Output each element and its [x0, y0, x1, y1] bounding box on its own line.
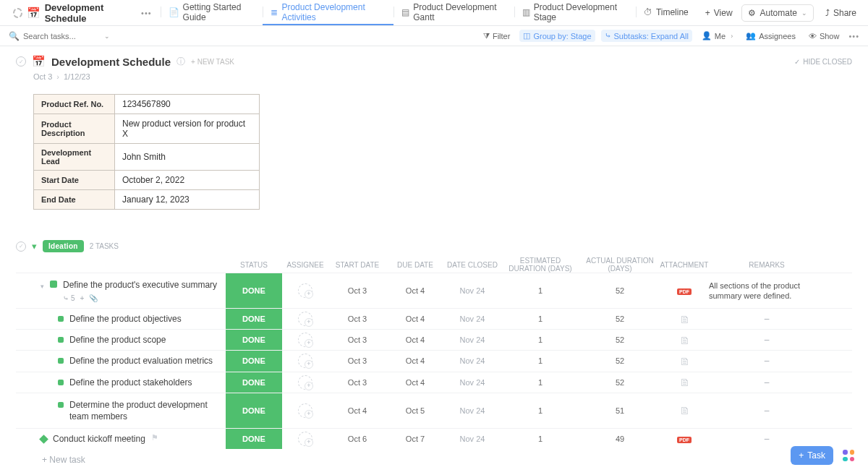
task-name-cell[interactable]: Define the product evaluation metrics: [16, 351, 226, 371]
new-task-button[interactable]: + New task: [16, 449, 852, 465]
remarks-cell[interactable]: –: [709, 377, 825, 388]
tab-getting-started[interactable]: 📄Getting Started Guide: [161, 0, 263, 25]
assignees-button[interactable]: 👥Assignees: [742, 30, 799, 42]
start-date-cell[interactable]: Oct 4: [328, 406, 386, 415]
status-badge[interactable]: DONE: [226, 372, 282, 393]
task-row[interactable]: Define the product objectives DONE Oct 3…: [16, 308, 852, 329]
act-duration-cell[interactable]: 52: [580, 356, 660, 365]
new-task-fab[interactable]: +Task: [791, 446, 833, 465]
info-value[interactable]: New product version for product X: [115, 114, 260, 144]
act-duration-cell[interactable]: 52: [580, 286, 660, 295]
add-subtask-button[interactable]: +: [80, 294, 85, 302]
info-icon[interactable]: ⓘ: [176, 56, 185, 68]
assignee-avatar[interactable]: [298, 375, 312, 390]
est-duration-cell[interactable]: 1: [501, 314, 580, 323]
closed-date-cell[interactable]: Nov 24: [444, 435, 501, 443]
closed-date-cell[interactable]: Nov 24: [444, 406, 501, 415]
col-est[interactable]: ESTIMATED DURATION (DAYS): [501, 257, 580, 273]
col-rem[interactable]: REMARKS: [709, 261, 825, 269]
info-value[interactable]: 1234567890: [115, 95, 260, 114]
status-square-icon[interactable]: [58, 316, 64, 322]
attachment-cell[interactable]: 🗎: [660, 313, 709, 325]
assignee-avatar[interactable]: [298, 333, 312, 347]
closed-date-cell[interactable]: Nov 24: [444, 356, 501, 365]
task-name-cell[interactable]: ▾ Define the product's executive summary…: [16, 275, 226, 307]
due-date-cell[interactable]: Oct 4: [386, 356, 444, 365]
status-square-icon[interactable]: [58, 380, 64, 385]
col-due[interactable]: DUE DATE: [386, 261, 444, 269]
closed-date-cell[interactable]: Nov 24: [444, 335, 501, 344]
est-duration-cell[interactable]: 1: [501, 378, 580, 387]
status-badge[interactable]: DONE: [226, 330, 282, 350]
share-button[interactable]: ⤴ Share: [821, 5, 861, 21]
me-button[interactable]: 👤Me›: [698, 30, 736, 42]
status-badge[interactable]: DONE: [226, 429, 282, 449]
col-att[interactable]: ATTACHMENT: [660, 261, 709, 269]
remarks-cell[interactable]: –: [709, 314, 825, 324]
task-row[interactable]: ▾ Define the product's executive summary…: [16, 273, 852, 308]
col-act[interactable]: ACTUAL DURATION (DAYS): [580, 257, 660, 273]
col-start[interactable]: START DATE: [328, 261, 386, 269]
start-date-cell[interactable]: Oct 3: [328, 314, 386, 323]
remarks-cell[interactable]: –: [709, 335, 825, 345]
milestone-icon[interactable]: [39, 435, 48, 444]
apps-fab[interactable]: [839, 446, 858, 465]
due-date-cell[interactable]: Oct 7: [386, 435, 444, 443]
group-toggle-icon[interactable]: ▾: [32, 241, 37, 252]
start-date-cell[interactable]: Oct 3: [328, 335, 386, 344]
assignee-avatar[interactable]: [298, 354, 312, 368]
remarks-cell[interactable]: –: [709, 406, 825, 416]
act-duration-cell[interactable]: 51: [580, 406, 660, 415]
attachment-icon[interactable]: 📎: [89, 294, 98, 302]
start-date-cell[interactable]: Oct 3: [328, 356, 386, 365]
assignee-avatar[interactable]: [298, 283, 312, 298]
est-duration-cell[interactable]: 1: [501, 335, 580, 344]
status-badge[interactable]: DONE: [226, 351, 282, 371]
doc-options-icon[interactable]: •••: [139, 9, 152, 17]
col-closed[interactable]: DATE CLOSED: [444, 261, 501, 269]
task-row[interactable]: Determine the product development team m…: [16, 393, 852, 428]
new-task-header-button[interactable]: + NEW TASK: [191, 58, 234, 66]
more-options-icon[interactable]: •••: [848, 32, 859, 40]
search-wrap[interactable]: 🔍 ⌄: [9, 31, 110, 41]
task-name-cell[interactable]: Define the product stakeholders: [16, 372, 226, 393]
closed-date-cell[interactable]: Nov 24: [444, 286, 501, 295]
task-name-cell[interactable]: Conduct kickoff meeting ⚑: [16, 429, 226, 449]
attachment-cell[interactable]: 🗎: [660, 355, 709, 367]
attachment-cell[interactable]: 🗎: [660, 376, 709, 388]
flag-icon[interactable]: ⚑: [151, 433, 158, 442]
start-date-cell[interactable]: Oct 3: [328, 286, 386, 295]
subtask-count[interactable]: ⤷5: [63, 294, 75, 302]
est-duration-cell[interactable]: 1: [501, 435, 580, 443]
task-row[interactable]: Define the product stakeholders DONE Oct…: [16, 372, 852, 393]
automate-button[interactable]: ⚙ Automate ⌄: [741, 4, 814, 22]
due-date-cell[interactable]: Oct 5: [386, 406, 444, 415]
task-row[interactable]: Define the product evaluation metrics DO…: [16, 350, 852, 371]
closed-date-cell[interactable]: Nov 24: [444, 378, 501, 387]
status-square-icon[interactable]: [58, 402, 64, 408]
remarks-cell[interactable]: –: [709, 356, 825, 366]
info-value[interactable]: John Smith: [115, 144, 260, 171]
filter-button[interactable]: ⧩Filter: [480, 30, 514, 42]
collapse-all-icon[interactable]: [16, 56, 26, 67]
start-date-cell[interactable]: Oct 6: [328, 435, 386, 443]
assignee-avatar[interactable]: [298, 432, 312, 446]
remarks-cell[interactable]: All sections of the product summary were…: [709, 281, 825, 301]
est-duration-cell[interactable]: 1: [501, 356, 580, 365]
expand-icon[interactable]: ▾: [41, 283, 44, 290]
start-date-cell[interactable]: Oct 3: [328, 378, 386, 387]
due-date-cell[interactable]: Oct 4: [386, 335, 444, 344]
act-duration-cell[interactable]: 52: [580, 378, 660, 387]
status-badge[interactable]: DONE: [226, 309, 282, 329]
status-square-icon[interactable]: [58, 337, 64, 343]
due-date-cell[interactable]: Oct 4: [386, 378, 444, 387]
task-name-cell[interactable]: Define the product scope: [16, 330, 226, 350]
status-badge[interactable]: DONE: [226, 393, 282, 428]
act-duration-cell[interactable]: 52: [580, 335, 660, 344]
est-duration-cell[interactable]: 1: [501, 406, 580, 415]
tab-product-activities[interactable]: ≣Product Development Activities: [263, 0, 393, 25]
info-value[interactable]: January 12, 2023: [115, 190, 260, 210]
act-duration-cell[interactable]: 49: [580, 435, 660, 443]
show-button[interactable]: 👁Show: [805, 30, 843, 42]
tab-gantt[interactable]: ▤Product Development Gantt: [393, 0, 514, 25]
